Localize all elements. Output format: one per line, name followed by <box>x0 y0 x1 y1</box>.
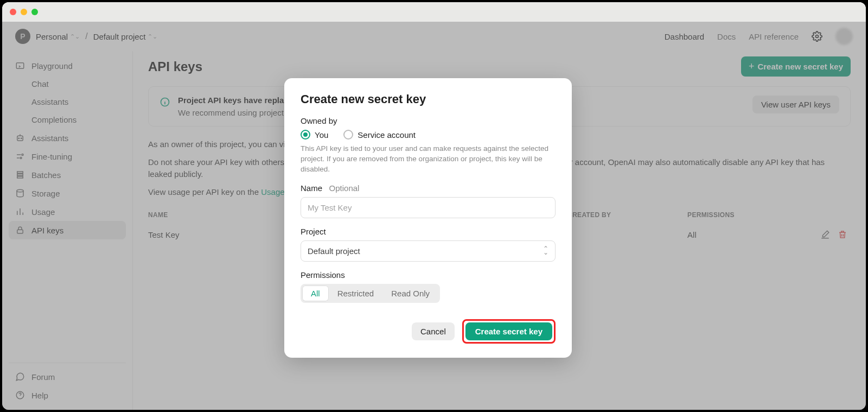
owned-by-service-radio[interactable]: Service account <box>343 130 416 140</box>
perm-restricted[interactable]: Restricted <box>329 286 383 301</box>
owned-by-you-radio[interactable]: You <box>301 130 328 140</box>
minimize-window-icon[interactable] <box>21 9 27 15</box>
permissions-segment: All Restricted Read Only <box>301 284 440 303</box>
perm-readonly[interactable]: Read Only <box>382 286 438 301</box>
window-titlebar <box>2 2 866 22</box>
project-label: Project <box>301 227 556 236</box>
project-select[interactable]: Default project ⌃⌄ <box>301 240 556 262</box>
owned-by-label: Owned by <box>301 116 556 125</box>
create-secret-key-modal: Create new secret key Owned by You Servi… <box>284 78 572 358</box>
owned-by-helper: This API key is tied to your user and ca… <box>301 144 556 175</box>
key-name-input[interactable] <box>301 197 556 218</box>
updown-icon: ⌃⌄ <box>543 247 548 255</box>
permissions-label: Permissions <box>301 270 556 280</box>
highlight-annotation: Create secret key <box>462 319 556 344</box>
perm-all[interactable]: All <box>302 286 329 301</box>
maximize-window-icon[interactable] <box>31 9 38 15</box>
select-value: Default project <box>308 246 360 256</box>
create-secret-key-submit-button[interactable]: Create secret key <box>465 322 552 340</box>
radio-label: You <box>315 130 328 140</box>
name-label: Name Optional <box>301 183 556 193</box>
close-window-icon[interactable] <box>10 9 16 15</box>
optional-label: Optional <box>324 183 359 193</box>
cancel-button[interactable]: Cancel <box>412 322 455 340</box>
radio-label: Service account <box>358 130 416 140</box>
radio-selected-icon <box>301 130 310 140</box>
button-label: Create secret key <box>475 327 542 336</box>
radio-unselected-icon <box>343 130 353 140</box>
modal-title: Create new secret key <box>301 92 556 106</box>
